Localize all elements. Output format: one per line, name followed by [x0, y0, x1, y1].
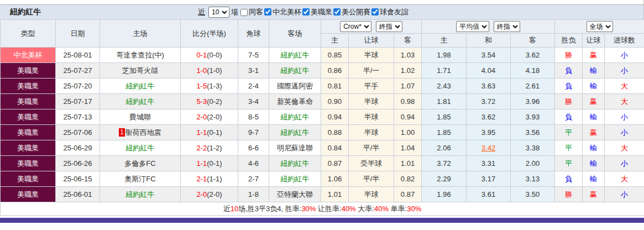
competition-checkbox[interactable] — [371, 8, 379, 15]
eu-home-odds: 1.85 — [422, 125, 467, 140]
halftime-score: (1-3) — [207, 82, 222, 90]
ah-home-odds: 0.84 — [321, 140, 349, 156]
away-team-cell: 新英倫革命 — [269, 94, 321, 109]
score-cell: 1-1(0-1) — [181, 125, 238, 140]
ah-group-header: Crow* 終指 — [321, 20, 422, 34]
away-team-link[interactable]: 紐約紅牛 — [281, 159, 310, 168]
stats-segment: 30% — [407, 205, 421, 213]
score-cell: 0-1(0-0) — [181, 48, 238, 63]
eu-away-odds: 3.38 — [511, 140, 555, 156]
away-team-cell: 紐約紅牛 — [269, 63, 321, 79]
score-cell: 2-1(1-1) — [181, 171, 238, 187]
home-team-link[interactable]: 多倫多FC — [124, 159, 155, 168]
home-team-link[interactable]: 哥達拿查拉(中) — [116, 51, 164, 59]
ah-line: 平手 — [349, 79, 394, 94]
subcol-eu-home: 主 — [422, 34, 467, 48]
result-cell: 負 — [555, 109, 583, 125]
ah-away-odds: 0.87 — [394, 187, 422, 202]
away-team-cell: 紐約紅牛 — [269, 171, 321, 187]
home-team-link[interactable]: 奧斯汀FC — [124, 175, 155, 183]
home-team-link[interactable]: 紐約紅牛 — [126, 190, 155, 198]
away-team-link[interactable]: 紐約紅牛 — [281, 51, 310, 59]
subcol-goals: 进球数 — [605, 34, 644, 48]
halftime-score: (0-1) — [207, 128, 222, 137]
competition-checkbox[interactable] — [302, 8, 310, 15]
away-team-link[interactable]: 紐約紅牛 — [281, 66, 310, 75]
period-select[interactable]: 全场 — [587, 21, 613, 32]
halftime-score: (1-0) — [207, 66, 222, 75]
recent-count-select[interactable]: 10 — [208, 7, 229, 18]
recent-link[interactable]: 近 — [198, 7, 205, 17]
goals-result-cell: 小 — [605, 48, 644, 63]
eu-draw-odds: 3.17 — [467, 171, 511, 187]
handicap-result-cell: 輸 — [583, 140, 605, 156]
ah-line: 平/半 — [349, 140, 394, 156]
eu-draw-odds: 3.61 — [467, 187, 511, 202]
away-team-link[interactable]: 國際邁阿密 — [277, 82, 313, 90]
eu-home-odds: 1.98 — [422, 48, 467, 63]
eu-draw-odds: 3.54 — [467, 48, 511, 63]
score-cell: 2-2(1-2) — [181, 140, 238, 156]
odds-provider-select[interactable]: Crow* — [340, 21, 371, 32]
stats-row: 近10场,胜3平3负4, 胜率:30% 让胜率:40% 大率:40% 单率:30… — [1, 202, 644, 216]
goals-result-cell: 小 — [605, 156, 644, 171]
home-team-link[interactable]: 紐約紅牛 — [126, 97, 155, 106]
ah-line: 半/一 — [349, 63, 394, 79]
fulltime-score: 1-5 — [196, 82, 207, 90]
away-team-link[interactable]: 紐約紅牛 — [281, 113, 310, 121]
ah-stage-select[interactable]: 終指 — [376, 21, 402, 32]
home-team-link[interactable]: 聖荷西地震 — [125, 128, 161, 137]
home-team-link[interactable]: 紐約紅牛 — [126, 82, 155, 90]
col-header-type: 类型 — [1, 20, 56, 48]
ah-away-odds: 0.82 — [394, 171, 422, 187]
competition-filter: 球會友誼 — [371, 7, 409, 17]
match-type: 美職業 — [1, 109, 56, 125]
eu-away-odds: 2.00 — [511, 156, 555, 171]
result-cell: 勝 — [555, 187, 583, 202]
col-header-corners: 角球 — [238, 20, 269, 48]
eu-away-odds: 2.61 — [511, 79, 555, 94]
away-team-link[interactable]: 新英倫革命 — [277, 97, 313, 106]
goals-result-cell: 小 — [605, 125, 644, 140]
away-team-link[interactable]: 明尼蘇達聯 — [277, 144, 313, 152]
fulltime-score: 5-3 — [196, 97, 207, 106]
competition-checkbox[interactable] — [264, 8, 271, 15]
competition-filters: 中北美杯美職業美公開賽球會友誼 — [263, 7, 409, 18]
home-team-link[interactable]: 紐約紅牛 — [126, 144, 155, 152]
ah-away-odds: 1.04 — [394, 140, 422, 156]
fulltime-score: 2-2 — [196, 144, 207, 152]
handicap-result-cell: 赢 — [583, 187, 605, 202]
ah-line: 半球 — [349, 48, 394, 63]
result-cell: 平 — [555, 125, 583, 140]
subcol-ah-away: 客 — [394, 34, 422, 48]
handicap-result-cell: 輸 — [583, 79, 605, 94]
eu-home-odds: 1.81 — [422, 94, 467, 109]
eu-average-select[interactable]: 平均值 — [456, 21, 489, 32]
halftime-score: (1-1) — [207, 175, 222, 183]
away-team-link[interactable]: 紐約紅牛 — [281, 128, 310, 137]
eu-draw-odds: 4.04 — [467, 63, 511, 79]
eu-stage-select[interactable]: 終指 — [494, 21, 520, 32]
games-label: 場 — [231, 7, 238, 17]
goals-result-cell: 大 — [605, 79, 644, 94]
competition-checkbox[interactable] — [333, 8, 341, 15]
home-team-link[interactable]: 費城聯 — [129, 113, 151, 121]
away-team-link[interactable]: 紐約紅牛 — [281, 175, 310, 183]
result-cell: 平 — [555, 140, 583, 156]
handicap-result-cell: 赢 — [583, 94, 605, 109]
corners-cell: 2-7 — [238, 171, 269, 187]
goals-result-cell: 大 — [605, 171, 644, 187]
home-team-link[interactable]: 芝加哥火燄 — [122, 66, 158, 75]
corners-cell: 3-4 — [238, 94, 269, 109]
col-header-score: 比分(半场) — [181, 20, 238, 48]
match-date: 25-07-13 — [56, 109, 100, 125]
home-team-cell: 1聖荷西地震 — [100, 125, 181, 140]
away-team-link[interactable]: 亞特蘭大聯 — [277, 190, 313, 198]
table-row: 美職業25-06-29紐約紅牛2-2(1-2)6-6明尼蘇達聯0.84平/半1.… — [1, 140, 644, 156]
match-date: 25-06-29 — [56, 140, 100, 156]
same-away-checkbox[interactable] — [240, 9, 248, 16]
fulltime-score: 1-1 — [196, 159, 207, 168]
eu-draw-odds[interactable]: 3.42 — [467, 140, 511, 156]
ah-away-odds: 1.01 — [394, 156, 422, 171]
stats-segment: 单率: — [389, 205, 407, 213]
